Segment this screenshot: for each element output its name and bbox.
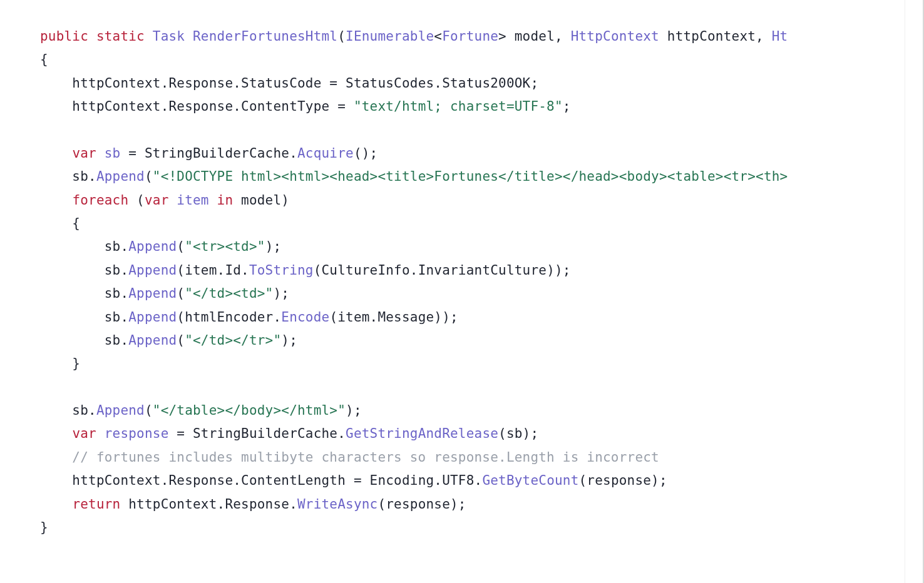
angle-lt: < [434,29,442,44]
space [169,193,177,208]
equals: = [329,76,337,91]
paren-open: ( [145,169,153,184]
sb-append-lhs: sb. [40,310,128,325]
type-httpcontext: HttpContext [571,29,659,44]
brace-open: { [40,52,48,67]
text: = StringBuilderCache. [169,426,346,441]
text: = StringBuilderCache. [120,146,297,161]
string-close-html: "</table></body></html>" [153,403,346,418]
comma: , [555,29,571,44]
paren-open: ( [177,333,185,348]
call-append: Append [96,169,145,184]
paren-open: ( [177,286,185,301]
call-append: Append [128,286,177,301]
scrollbar-track[interactable] [905,0,914,583]
text: Encoding.UTF8. [362,473,483,488]
text: ); [281,333,297,348]
string-td-td: "</td><td>" [185,286,273,301]
call-append: Append [128,333,177,348]
call-acquire: Acquire [297,146,354,161]
text: ); [273,286,289,301]
paren-open: ( [337,29,346,44]
equals: = [354,473,362,488]
keyword-in: in [217,193,234,208]
text: ( [128,193,145,208]
local-item: item [177,193,208,208]
semicolon: ; [563,99,571,114]
sb-append-lhs: sb. [40,403,96,418]
space [96,146,105,161]
local-sb: sb [105,146,121,161]
param-httpcontext: httpContext [659,29,756,44]
assign-statuscode-lhs: httpContext.Response.StatusCode [40,76,329,91]
comma: , [756,29,772,44]
call-writeasync: WriteAsync [297,497,377,512]
string-td-tr: "</td></tr>" [185,333,281,348]
keyword-public: public [40,29,88,44]
paren-open: ( [177,239,185,254]
space [346,99,354,114]
text: ); [346,403,362,418]
text: (CultureInfo.InvariantCulture)); [314,263,571,278]
text: (response); [377,497,466,512]
equals: = [337,99,346,114]
assign-contenttype-lhs: httpContext.Response.ContentType [40,99,337,114]
keyword-var: var [72,146,96,161]
call-encode: Encode [281,310,329,325]
comment-line: // fortunes includes multibyte character… [40,450,659,465]
sb-append-lhs: sb. [40,239,128,254]
param-model: model [506,29,555,44]
code-viewport: public static Task RenderFortunesHtml(IE… [0,0,924,583]
keyword-var: var [145,193,169,208]
call-append: Append [128,239,177,254]
sb-append-lhs: sb. [40,169,96,184]
assign-contentlength-lhs: httpContext.Response.ContentLength [40,473,354,488]
space [96,426,105,441]
text: (); [354,146,378,161]
string-contenttype: "text/html; charset=UTF-8" [354,99,563,114]
paren-open: ( [145,403,153,418]
keyword-static: static [96,29,145,44]
type-fragment: Ht [772,29,788,44]
text: ); [265,239,282,254]
text: (sb); [498,426,538,441]
call-getbytecount: GetByteCount [482,473,578,488]
call-append: Append [128,310,177,325]
space [209,193,217,208]
text: (htmlEncoder. [177,310,281,325]
keyword-foreach: foreach [72,193,128,208]
sb-append-lhs: sb. [40,333,128,348]
call-getstringandrelease: GetStringAndRelease [346,426,498,441]
text: (response); [579,473,667,488]
sb-append-lhs: sb. [40,263,128,278]
assign-statuscode-rhs: StatusCodes.Status200OK; [337,76,538,91]
method-name: RenderFortunesHtml [193,29,337,44]
string-tr-td: "<tr><td>" [185,239,265,254]
keyword-return: return [72,497,120,512]
string-doctype: "<!DOCTYPE html><html><head><title>Fortu… [153,169,788,184]
text: httpContext.Response. [120,497,297,512]
brace-open: { [40,216,80,231]
keyword-var: var [72,426,96,441]
angle-gt: > [498,29,506,44]
type-ienumerable: IEnumerable [346,29,434,44]
brace-close: } [40,356,80,371]
local-response: response [105,426,169,441]
call-tostring: ToString [249,263,314,278]
text: (item.Message)); [329,310,458,325]
call-append: Append [128,263,177,278]
call-append: Append [96,403,145,418]
text: (item.Id. [177,263,249,278]
type-fortune: Fortune [442,29,498,44]
sb-append-lhs: sb. [40,286,128,301]
brace-close: } [40,520,48,535]
code-block[interactable]: public static Task RenderFortunesHtml(IE… [0,0,923,539]
text: model) [233,193,289,208]
type-task: Task [153,29,185,44]
